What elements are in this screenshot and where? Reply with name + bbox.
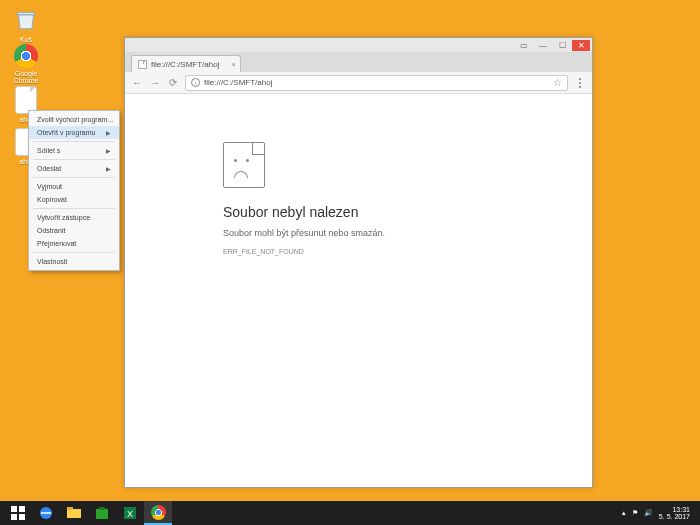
svg-text:X: X bbox=[127, 509, 133, 519]
separator bbox=[33, 252, 115, 253]
error-code: ERR_FILE_NOT_FOUND bbox=[223, 248, 592, 255]
ctx-item-share[interactable]: Sdílet s▶ bbox=[29, 144, 119, 157]
ctx-item-copy[interactable]: Kopírovat bbox=[29, 193, 119, 206]
taskbar: X ▴ ⚑ 🔊 13:31 5. 5. 2017 bbox=[0, 501, 700, 525]
site-info-icon[interactable]: i bbox=[191, 78, 200, 87]
ctx-item-shortcut[interactable]: Vytvořit zástupce bbox=[29, 211, 119, 224]
error-subtitle: Soubor mohl být přesunut nebo smazán. bbox=[223, 228, 592, 238]
clock-date: 5. 5. 2017 bbox=[659, 513, 690, 520]
tray-speaker-icon[interactable]: 🔊 bbox=[644, 509, 653, 517]
chevron-right-icon: ▶ bbox=[106, 165, 111, 172]
profile-icon[interactable]: ▭ bbox=[515, 40, 533, 51]
ctx-item-default-program[interactable]: Zvolit výchozí program... bbox=[29, 113, 119, 126]
sad-file-icon bbox=[223, 142, 265, 188]
chevron-right-icon: ▶ bbox=[106, 129, 111, 136]
ctx-item-delete[interactable]: Odstranit bbox=[29, 224, 119, 237]
tab-title: file:///C:/SMFT/ahoj bbox=[151, 60, 219, 69]
taskbar-explorer-icon[interactable] bbox=[60, 501, 88, 525]
url-text: file:///C:/SMFT/ahoj bbox=[204, 78, 272, 87]
system-tray[interactable]: ▴ ⚑ 🔊 13:31 5. 5. 2017 bbox=[622, 506, 696, 520]
separator bbox=[33, 177, 115, 178]
clock[interactable]: 13:31 5. 5. 2017 bbox=[659, 506, 690, 520]
window-titlebar[interactable]: ▭ — ☐ ✕ bbox=[125, 38, 592, 52]
context-menu: Zvolit výchozí program... Otevřít v prog… bbox=[28, 110, 120, 271]
ctx-item-rename[interactable]: Přejmenovat bbox=[29, 237, 119, 250]
recycle-bin-icon[interactable]: Koš bbox=[6, 6, 46, 43]
page-content: Soubor nebyl nalezen Soubor mohl být pře… bbox=[125, 94, 592, 487]
svg-rect-1 bbox=[19, 506, 25, 512]
svg-rect-6 bbox=[67, 507, 73, 510]
toolbar: ← → ⟳ i file:///C:/SMFT/ahoj ☆ bbox=[125, 72, 592, 94]
minimize-button[interactable]: — bbox=[534, 40, 552, 51]
forward-button[interactable]: → bbox=[149, 77, 161, 89]
taskbar-store-icon[interactable] bbox=[88, 501, 116, 525]
svg-rect-2 bbox=[11, 514, 17, 520]
ctx-item-open-with[interactable]: Otevřít v programu▶ bbox=[29, 126, 119, 139]
chrome-window: ▭ — ☐ ✕ file:///C:/SMFT/ahoj × ← → ⟳ i f… bbox=[124, 37, 593, 488]
address-bar[interactable]: i file:///C:/SMFT/ahoj ☆ bbox=[185, 75, 568, 91]
recycle-bin-label: Koš bbox=[6, 36, 46, 43]
taskbar-excel-icon[interactable]: X bbox=[116, 501, 144, 525]
separator bbox=[33, 208, 115, 209]
ctx-item-send[interactable]: Odeslat▶ bbox=[29, 162, 119, 175]
start-button[interactable] bbox=[4, 501, 32, 525]
svg-rect-3 bbox=[19, 514, 25, 520]
ctx-item-properties[interactable]: Vlastnosti bbox=[29, 255, 119, 268]
chrome-shortcut-label: Google Chrome bbox=[6, 70, 46, 84]
chrome-menu-icon[interactable] bbox=[574, 78, 586, 88]
error-title: Soubor nebyl nalezen bbox=[223, 204, 592, 220]
ctx-item-cut[interactable]: Vyjmout bbox=[29, 180, 119, 193]
svg-rect-8 bbox=[99, 507, 105, 510]
tab-close-icon[interactable]: × bbox=[231, 60, 236, 69]
page-icon bbox=[138, 60, 147, 69]
tray-flag-icon[interactable]: ⚑ bbox=[632, 509, 638, 517]
clock-time: 13:31 bbox=[659, 506, 690, 513]
chevron-right-icon: ▶ bbox=[106, 147, 111, 154]
tray-up-icon[interactable]: ▴ bbox=[622, 509, 626, 517]
browser-tab[interactable]: file:///C:/SMFT/ahoj × bbox=[131, 55, 241, 72]
taskbar-chrome-icon[interactable] bbox=[144, 501, 172, 525]
svg-rect-7 bbox=[96, 509, 108, 519]
svg-rect-0 bbox=[11, 506, 17, 512]
bookmark-star-icon[interactable]: ☆ bbox=[553, 77, 562, 88]
svg-rect-5 bbox=[67, 509, 81, 518]
separator bbox=[33, 159, 115, 160]
maximize-button[interactable]: ☐ bbox=[553, 40, 571, 51]
reload-button[interactable]: ⟳ bbox=[167, 77, 179, 89]
back-button[interactable]: ← bbox=[131, 77, 143, 89]
chrome-shortcut-icon[interactable]: Google Chrome bbox=[6, 44, 46, 84]
close-button[interactable]: ✕ bbox=[572, 40, 590, 51]
separator bbox=[33, 141, 115, 142]
taskbar-ie-icon[interactable] bbox=[32, 501, 60, 525]
tab-strip: file:///C:/SMFT/ahoj × bbox=[125, 52, 592, 72]
